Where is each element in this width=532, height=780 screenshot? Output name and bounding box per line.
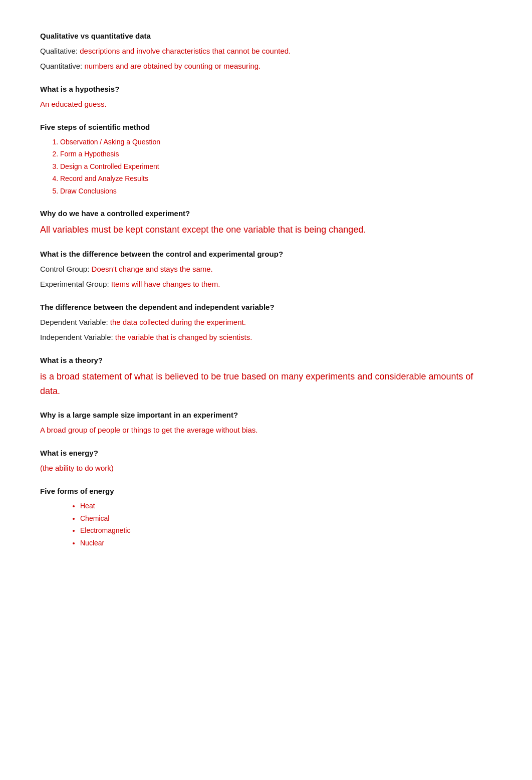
five-forms-energy-list: Heat Chemical Electromagnetic Nuclear [80,500,492,548]
qualitative-quantitative-heading: Qualitative vs quantitative data [40,30,492,42]
hypothesis-heading: What is a hypothesis? [40,83,492,95]
control-group-line: Control Group: Doesn't change and stays … [40,263,492,275]
list-item: Chemical [80,513,492,524]
dependent-variable-answer: the data collected during the experiment… [108,318,246,326]
control-group-answer: Doesn't change and stays the same. [89,265,212,273]
scientific-method-heading: Five steps of scientific method [40,121,492,133]
list-item: Heat [80,500,492,511]
qualitative-answer: descriptions and involve characteristics… [78,47,291,55]
quantitative-prefix: Quantitative: [40,62,82,70]
five-forms-energy-section: Five forms of energy Heat Chemical Elect… [40,485,492,548]
theory-answer: is a broad statement of what is believed… [40,369,492,399]
scientific-method-section: Five steps of scientific method Observat… [40,121,492,197]
theory-heading: What is a theory? [40,354,492,366]
sample-size-section: Why is a large sample size important in … [40,409,492,436]
controlled-experiment-heading: Why do we have a controlled experiment? [40,208,492,220]
dependent-variable-line: Dependent Variable: the data collected d… [40,316,492,328]
list-item: Form a Hypothesis [60,148,492,159]
control-group-prefix: Control Group: [40,265,89,273]
sample-size-answer: A broad group of people or things to get… [40,424,492,436]
quantitative-line: Quantitative: numbers and are obtained b… [40,60,492,72]
variables-section: The difference between the dependent and… [40,301,492,343]
list-item: Draw Conclusions [60,185,492,197]
theory-section: What is a theory? is a broad statement o… [40,354,492,399]
five-forms-energy-heading: Five forms of energy [40,485,492,497]
independent-variable-line: Independent Variable: the variable that … [40,331,492,343]
hypothesis-section: What is a hypothesis? An educated guess. [40,83,492,110]
dependent-variable-prefix: Dependent Variable: [40,318,108,326]
independent-variable-answer: the variable that is changed by scientis… [113,333,252,341]
energy-section: What is energy? (the ability to do work) [40,447,492,474]
controlled-experiment-answer: All variables must be kept constant exce… [40,223,492,237]
controlled-experiment-section: Why do we have a controlled experiment? … [40,208,492,237]
list-item: Record and Analyze Results [60,173,492,184]
list-item: Electromagnetic [80,525,492,536]
hypothesis-answer: An educated guess. [40,98,492,110]
list-item: Nuclear [80,537,492,548]
qualitative-line: Qualitative: descriptions and involve ch… [40,45,492,57]
energy-answer: (the ability to do work) [40,462,492,474]
sample-size-heading: Why is a large sample size important in … [40,409,492,421]
experimental-group-line: Experimental Group: Items will have chan… [40,278,492,290]
experimental-group-answer: Items will have changes to them. [109,280,220,288]
control-experimental-section: What is the difference between the contr… [40,248,492,290]
independent-variable-prefix: Independent Variable: [40,333,113,341]
qualitative-prefix: Qualitative: [40,47,78,55]
qualitative-quantitative-section: Qualitative vs quantitative data Qualita… [40,30,492,72]
variables-heading: The difference between the dependent and… [40,301,492,313]
experimental-group-prefix: Experimental Group: [40,280,109,288]
scientific-method-list: Observation / Asking a Question Form a H… [60,136,492,197]
control-experimental-heading: What is the difference between the contr… [40,248,492,260]
list-item: Observation / Asking a Question [60,136,492,147]
quantitative-answer: numbers and are obtained by counting or … [82,62,260,70]
energy-heading: What is energy? [40,447,492,459]
list-item: Design a Controlled Experiment [60,161,492,172]
